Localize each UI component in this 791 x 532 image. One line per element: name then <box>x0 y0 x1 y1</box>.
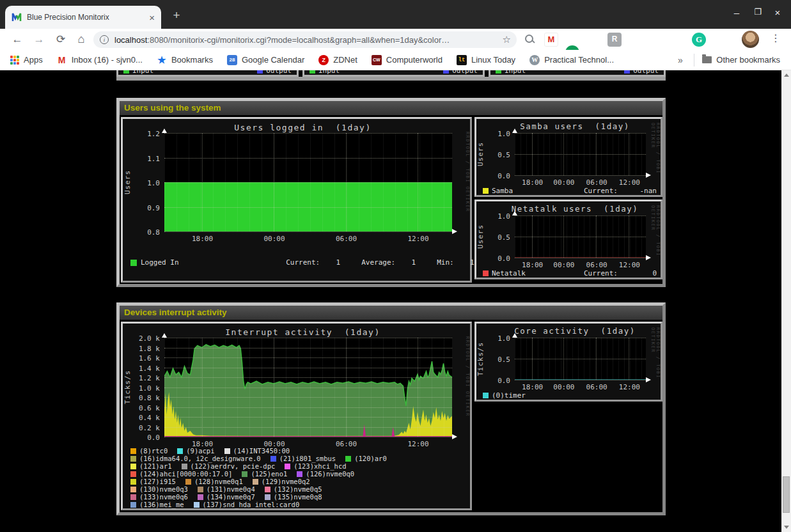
page-info-icon[interactable]: i <box>100 35 109 44</box>
legend-item: (125)eno1 <box>242 470 287 478</box>
network-graph-partial-3: Input Output <box>489 70 666 77</box>
axis-arrow-right <box>452 434 457 439</box>
legend-item: (120)ar0 <box>345 455 387 462</box>
address-bar[interactable]: i localhost:8080/monitorix-cgi/monitorix… <box>93 31 517 48</box>
home-button[interactable]: ⌂ <box>73 31 90 48</box>
browser-menu-icon[interactable]: ⋮ <box>769 32 782 44</box>
current-label: Current: <box>584 187 618 195</box>
bookmarks-overflow-chevron[interactable]: » <box>678 55 683 65</box>
search-extension-icon[interactable] <box>523 33 536 45</box>
window-minimize-button[interactable]: – <box>730 7 744 18</box>
bookmark-google-calendar[interactable]: 28 Google Calendar <box>227 55 304 65</box>
interrupt-legend-row-8: (136)mei_me(137)snd_hda_intel:card0 <box>130 501 309 508</box>
current-value: 0 <box>618 269 657 278</box>
axis-arrow-right <box>646 377 651 382</box>
legend-item: (124)ahci[0000:00:17.0] <box>130 470 232 478</box>
rrdtool-watermark: RRDTOOL / TOBI OETIKER <box>650 205 661 278</box>
zdnet-icon: Z <box>318 55 329 65</box>
x-gridline: 00:00 <box>563 215 564 258</box>
legend-swatch <box>130 471 136 477</box>
legend-item: (129)nvme0q2 <box>253 478 310 485</box>
legend-item: (21)i801_smbus <box>270 455 336 462</box>
rrdtool-watermark: RRDTOOL / TOBI OETIKER <box>650 123 661 195</box>
y-tick-label: 0.0 <box>497 254 510 263</box>
gmail-extension-icon[interactable]: M <box>544 33 558 47</box>
browser-window: Blue Precision Monitorix × + – ❐ × ← → ⟳… <box>0 0 791 532</box>
x-gridline: 12:00 <box>418 133 418 231</box>
x-gridline: 12:00 <box>418 338 418 437</box>
other-bookmarks-button[interactable]: Other bookmarks <box>702 55 780 65</box>
y-gridline: 0.2 k <box>164 427 452 428</box>
legend-item: (130)nvme0q3 <box>130 485 188 493</box>
legend-item: (16)idma64.0, i2c_designware.0 <box>130 455 261 462</box>
reload-button[interactable]: ⟳ <box>52 31 69 48</box>
y-tick-label: 1.0 <box>497 334 510 343</box>
scrollbar-thumb[interactable] <box>783 476 790 513</box>
x-gridline: 12:00 <box>629 133 629 175</box>
bookmark-star-icon[interactable]: ☆ <box>503 34 511 45</box>
network-graph-partial-1: Input Output <box>116 70 299 77</box>
bookmark-computerworld[interactable]: CW Computerworld <box>372 55 442 65</box>
y-gridline: 1.4 k <box>164 368 452 368</box>
legend-label: Logged In <box>141 258 210 267</box>
profile-avatar[interactable] <box>742 31 759 48</box>
browser-tab[interactable]: Blue Precision Monitorix × <box>5 6 161 29</box>
section-interrupts-title: Devices interrupt activity <box>120 306 662 320</box>
x-tick-label: 06:00 <box>586 261 607 269</box>
axis-arrow-right <box>646 173 651 178</box>
url-path: :8080/monitorix-cgi/monitorix.cgi?mode=l… <box>147 35 450 45</box>
back-button[interactable]: ← <box>9 31 26 48</box>
page-scrollbar[interactable] <box>781 70 791 532</box>
bookmark-apps[interactable]: Apps <box>10 55 43 65</box>
x-tick-label: 18:00 <box>192 235 213 243</box>
graph-title: Core activity (1day) <box>496 326 654 336</box>
section-users-title: Users using the system <box>120 101 662 115</box>
x-gridline: 06:00 <box>596 338 597 380</box>
x-gridline: 06:00 <box>596 133 597 175</box>
legend-item: (121)ar1 <box>130 462 172 470</box>
y-tick-label: 0.0 <box>147 434 160 442</box>
calendar-icon: 28 <box>227 55 237 65</box>
axis-arrow-up <box>162 333 167 338</box>
core-activity-graph: Core activity (1day) Ticks/s RRDTOOL / T… <box>474 322 662 402</box>
star-icon: ★ <box>157 55 167 65</box>
plot-area: 1.21.11.00.90.8 18:0000:0006:0012:00 <box>164 133 452 231</box>
bookmark-practical-technology[interactable]: W Practical Technol... <box>529 55 614 65</box>
scrollbar-down-arrow[interactable] <box>781 522 791 532</box>
plot-area: 1.00.50.0 18:0000:0006:0012:00 <box>515 338 646 380</box>
bookmark-inbox[interactable]: M Inbox (16) - sjvn0... <box>57 55 143 65</box>
bookmark-linux-today[interactable]: lt Linux Today <box>457 55 515 65</box>
current-label: Current: <box>584 269 618 278</box>
legend-item: (132)nvme0q5 <box>265 485 322 493</box>
legend-item: (134)nvme0q7 <box>198 493 255 501</box>
legend-item: (131)nvme0q4 <box>198 485 255 493</box>
y-gridline: 1.6 k <box>164 357 452 358</box>
y-tick-label: 0.5 <box>497 356 510 364</box>
tab-strip: Blue Precision Monitorix × + – ❐ × <box>0 0 791 29</box>
axis-arrow-right <box>452 229 457 234</box>
x-tick-label: 06:00 <box>336 235 357 243</box>
forward-button[interactable]: → <box>31 31 47 48</box>
url-text[interactable]: localhost:8080/monitorix-cgi/monitorix.c… <box>114 35 450 45</box>
axis-arrow-up <box>512 129 517 133</box>
new-tab-button[interactable]: + <box>169 8 184 24</box>
y-gridline: 1.0 <box>515 133 646 134</box>
legend-swatch <box>130 260 137 266</box>
bookmark-bookmarks[interactable]: ★ Bookmarks <box>157 55 213 65</box>
r-extension-icon[interactable]: R <box>607 33 622 47</box>
window-maximize-button[interactable]: ❐ <box>751 7 765 17</box>
tab-close-icon[interactable]: × <box>149 12 155 23</box>
x-tick-label: 00:00 <box>553 383 574 391</box>
scrollbar-up-arrow[interactable] <box>781 70 791 80</box>
x-tick-label: 00:00 <box>263 235 285 243</box>
rrdtool-watermark: RRDTOOL / TOBI OETIKER <box>465 132 470 212</box>
y-axis-label: Ticks/s <box>476 338 485 380</box>
y-gridline: 1.0 <box>164 182 452 183</box>
bookmark-zdnet[interactable]: Z ZDNet <box>318 55 357 65</box>
legend-item: (123)xhci_hcd <box>285 462 346 470</box>
window-close-button[interactable]: × <box>771 7 785 18</box>
y-axis-label: Users <box>123 133 132 231</box>
legend-stat: Average:1 <box>361 258 427 267</box>
grammarly-extension-icon[interactable]: G <box>692 33 706 47</box>
section-users: Users using the system Users logged in (… <box>116 98 666 287</box>
